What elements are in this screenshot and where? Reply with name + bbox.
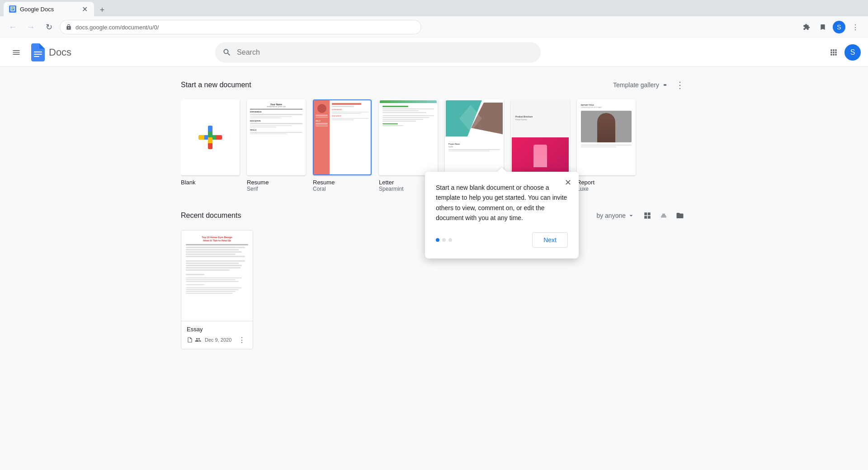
owned-by-filter[interactable]: by anyone bbox=[596, 212, 635, 219]
more-options-button[interactable]: ⋮ bbox=[673, 78, 687, 92]
header-actions: S bbox=[825, 43, 861, 61]
doc-file-icon bbox=[187, 337, 193, 343]
template-label-resume-coral: Resume bbox=[313, 179, 372, 186]
reload-button[interactable]: ↻ bbox=[42, 20, 56, 34]
svg-rect-3 bbox=[11, 9, 13, 9]
search-bar bbox=[215, 42, 541, 63]
doc-card-info: Essay Dec 9, 2020 ⋮ bbox=[181, 321, 253, 349]
doc-card-essay[interactable]: Top 10 Home Gym DesignIdeas & Tips to Am… bbox=[181, 230, 253, 349]
sort-button[interactable] bbox=[656, 208, 671, 223]
template-thumb-letter-spearmint bbox=[379, 99, 438, 175]
svg-rect-2 bbox=[11, 8, 14, 9]
template-label-resume-serif: Resume bbox=[247, 179, 306, 186]
templates-section-header: Start a new document Template gallery ⋮ bbox=[181, 78, 687, 92]
template-resume-serif[interactable]: Your Name email@email.com | phone | city… bbox=[247, 99, 306, 192]
doc-meta: Dec 9, 2020 ⋮ bbox=[187, 334, 247, 345]
doc-shared-icon bbox=[195, 337, 201, 343]
template-thumb-blank bbox=[181, 99, 240, 175]
tooltip-dot-1 bbox=[436, 238, 439, 242]
app-name: Docs bbox=[49, 47, 71, 58]
section-title-new-doc: Start a new document bbox=[181, 81, 251, 89]
template-thumb-brochure: Product Brochure Product Overview bbox=[511, 99, 570, 175]
tab-title: Google Docs bbox=[20, 6, 77, 13]
tooltip-dot-2 bbox=[442, 238, 446, 242]
active-tab[interactable]: Google Docs ✕ bbox=[4, 2, 94, 16]
doc-card-thumbnail: Top 10 Home Gym DesignIdeas & Tips to Am… bbox=[181, 230, 253, 321]
menu-button[interactable]: ⋮ bbox=[848, 20, 863, 34]
forward-button[interactable]: → bbox=[24, 20, 38, 34]
tooltip-close-button[interactable]: ✕ bbox=[562, 177, 573, 188]
tooltip-dot-3 bbox=[448, 238, 452, 242]
docs-icon bbox=[29, 43, 47, 61]
tooltip-popup: ✕ Start a new blank document or choose a… bbox=[425, 172, 579, 258]
apps-button[interactable] bbox=[825, 43, 843, 61]
header-profile-circle[interactable]: S bbox=[844, 44, 861, 61]
doc-thumb-title: Top 10 Home Gym DesignIdeas & Tips to Am… bbox=[186, 236, 248, 242]
template-report[interactable]: REPORT TITLE LOREM IPSUM DOLOR SIT AMET … bbox=[577, 99, 636, 192]
tooltip-text: Start a new blank document or choose a t… bbox=[436, 183, 568, 223]
svg-rect-5 bbox=[34, 54, 42, 55]
template-thumb-project-proposal: Project Name Subtitle bbox=[445, 99, 504, 175]
template-resume-coral[interactable]: SKILLS EXPERIENCE EDUCATION Resume bbox=[313, 99, 372, 192]
back-button[interactable]: ← bbox=[5, 20, 20, 34]
plus-cross-icon bbox=[198, 126, 222, 149]
expand-icon bbox=[661, 81, 669, 89]
folder-view-button[interactable] bbox=[673, 208, 687, 223]
tooltip-dots bbox=[436, 238, 452, 242]
grid-view-button[interactable] bbox=[640, 208, 655, 223]
svg-rect-6 bbox=[34, 56, 39, 57]
tooltip-footer: Next bbox=[436, 232, 568, 248]
doc-title: Essay bbox=[187, 326, 247, 333]
doc-date: Dec 9, 2020 bbox=[205, 337, 231, 343]
browser-chrome: Google Docs ✕ + ← → ↻ docs.google.com/do… bbox=[0, 0, 868, 38]
app-header: Docs S bbox=[0, 38, 868, 67]
svg-rect-4 bbox=[34, 52, 42, 52]
tab-favicon bbox=[9, 5, 16, 13]
doc-meta-icons bbox=[187, 337, 201, 343]
tooltip-next-button[interactable]: Next bbox=[532, 232, 568, 248]
app-logo[interactable]: Docs bbox=[29, 43, 71, 61]
tooltip-arrow bbox=[497, 167, 506, 172]
url-text: docs.google.com/document/u/0/ bbox=[75, 24, 159, 31]
search-input[interactable] bbox=[237, 48, 533, 56]
template-sublabel-resume-coral: Coral bbox=[313, 186, 372, 192]
template-label-report: Report bbox=[577, 179, 636, 186]
address-bar: ← → ↻ docs.google.com/document/u/0/ S ⋮ bbox=[0, 16, 868, 38]
template-thumb-resume-coral: SKILLS EXPERIENCE EDUCATION bbox=[313, 99, 372, 175]
account-button[interactable]: S bbox=[832, 20, 846, 34]
template-thumb-report: REPORT TITLE LOREM IPSUM DOLOR SIT AMET bbox=[577, 99, 636, 175]
bookmark-button[interactable] bbox=[816, 20, 830, 34]
extensions-button[interactable] bbox=[799, 20, 814, 34]
browser-actions: S ⋮ bbox=[799, 20, 863, 34]
doc-more-button[interactable]: ⋮ bbox=[236, 334, 247, 345]
svg-rect-1 bbox=[11, 7, 14, 8]
template-blank[interactable]: Blank bbox=[181, 99, 240, 192]
recent-title: Recent documents bbox=[181, 212, 241, 220]
hamburger-button[interactable] bbox=[7, 43, 25, 61]
template-gallery-button[interactable]: Template gallery bbox=[613, 81, 669, 89]
doc-thumb-body bbox=[186, 244, 248, 294]
lock-icon bbox=[66, 24, 72, 30]
template-sublabel-resume-serif: Serif bbox=[247, 186, 306, 192]
tab-bar: Google Docs ✕ + bbox=[0, 0, 868, 16]
profile-circle[interactable]: S bbox=[833, 21, 845, 33]
search-icon bbox=[222, 48, 231, 57]
url-bar[interactable]: docs.google.com/document/u/0/ bbox=[60, 20, 421, 34]
template-label-blank: Blank bbox=[181, 179, 240, 186]
new-tab-button[interactable]: + bbox=[96, 4, 108, 16]
view-buttons bbox=[640, 208, 687, 223]
dropdown-icon bbox=[627, 212, 635, 219]
template-thumb-resume-serif: Your Name email@email.com | phone | city… bbox=[247, 99, 306, 175]
tab-close-button[interactable]: ✕ bbox=[80, 5, 89, 13]
template-sublabel-report: Luxe bbox=[577, 186, 636, 192]
search-input-wrap[interactable] bbox=[215, 42, 541, 63]
